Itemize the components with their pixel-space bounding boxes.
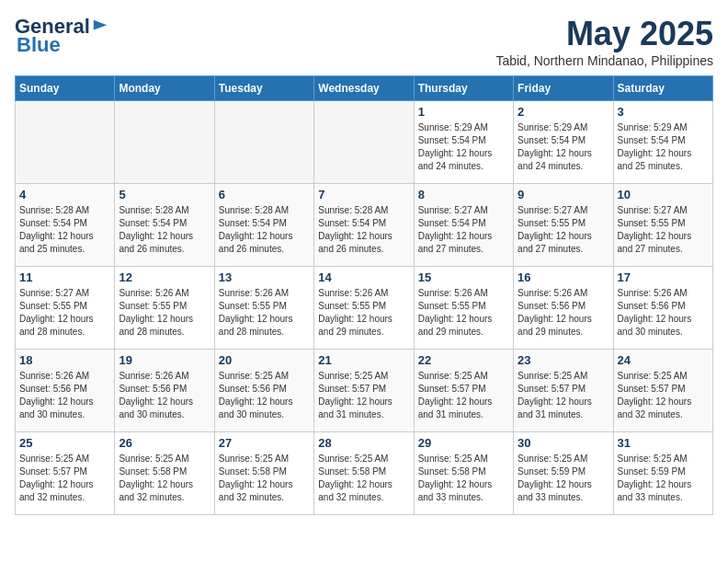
day-info: Sunrise: 5:25 AM Sunset: 5:58 PM Dayligh… (418, 453, 509, 504)
calendar-cell: 23Sunrise: 5:25 AM Sunset: 5:57 PM Dayli… (514, 350, 613, 432)
weekday-header: Friday (514, 76, 613, 101)
calendar-cell: 7Sunrise: 5:28 AM Sunset: 5:54 PM Daylig… (314, 184, 414, 267)
day-number: 17 (618, 270, 709, 284)
month-title: May 2025 (495, 15, 713, 53)
svg-marker-0 (94, 20, 107, 30)
calendar-cell: 19Sunrise: 5:26 AM Sunset: 5:56 PM Dayli… (115, 350, 214, 432)
logo-flag-icon (92, 18, 108, 35)
day-info: Sunrise: 5:25 AM Sunset: 5:57 PM Dayligh… (318, 370, 409, 421)
calendar-cell: 9Sunrise: 5:27 AM Sunset: 5:55 PM Daylig… (514, 184, 613, 267)
calendar-cell (214, 101, 313, 184)
day-info: Sunrise: 5:28 AM Sunset: 5:54 PM Dayligh… (19, 204, 110, 256)
day-info: Sunrise: 5:27 AM Sunset: 5:55 PM Dayligh… (518, 204, 609, 256)
day-number: 1 (418, 105, 509, 119)
calendar-week-row: 25Sunrise: 5:25 AM Sunset: 5:57 PM Dayli… (16, 432, 713, 515)
day-number: 23 (518, 353, 609, 367)
day-info: Sunrise: 5:26 AM Sunset: 5:55 PM Dayligh… (119, 287, 210, 339)
day-number: 24 (618, 353, 709, 367)
day-info: Sunrise: 5:26 AM Sunset: 5:56 PM Dayligh… (618, 287, 709, 339)
calendar-cell: 16Sunrise: 5:26 AM Sunset: 5:56 PM Dayli… (514, 267, 613, 350)
calendar-cell: 1Sunrise: 5:29 AM Sunset: 5:54 PM Daylig… (414, 101, 513, 184)
day-info: Sunrise: 5:25 AM Sunset: 5:57 PM Dayligh… (618, 370, 709, 421)
calendar-cell (16, 101, 115, 184)
calendar-cell: 28Sunrise: 5:25 AM Sunset: 5:58 PM Dayli… (314, 432, 414, 515)
calendar-cell: 6Sunrise: 5:28 AM Sunset: 5:54 PM Daylig… (214, 184, 313, 267)
weekday-header: Wednesday (314, 76, 414, 101)
day-number: 3 (618, 105, 709, 119)
weekday-header: Saturday (613, 76, 712, 101)
calendar-cell: 15Sunrise: 5:26 AM Sunset: 5:55 PM Dayli… (414, 267, 513, 350)
calendar-cell: 12Sunrise: 5:26 AM Sunset: 5:55 PM Dayli… (115, 267, 214, 350)
logo: General Blue (15, 15, 108, 57)
day-number: 11 (19, 270, 110, 284)
calendar-cell: 2Sunrise: 5:29 AM Sunset: 5:54 PM Daylig… (514, 101, 613, 184)
day-number: 6 (219, 188, 310, 201)
calendar-cell: 25Sunrise: 5:25 AM Sunset: 5:57 PM Dayli… (16, 432, 115, 515)
day-number: 2 (518, 105, 609, 119)
day-number: 26 (119, 436, 210, 450)
weekday-header: Thursday (414, 76, 513, 101)
day-number: 20 (219, 353, 310, 367)
calendar-cell: 29Sunrise: 5:25 AM Sunset: 5:58 PM Dayli… (414, 432, 513, 515)
day-number: 9 (518, 188, 609, 201)
day-info: Sunrise: 5:27 AM Sunset: 5:55 PM Dayligh… (19, 287, 110, 339)
title-block: May 2025 Tabid, Northern Mindanao, Phili… (495, 15, 713, 68)
calendar-cell: 14Sunrise: 5:26 AM Sunset: 5:55 PM Dayli… (314, 267, 414, 350)
day-number: 27 (219, 436, 310, 450)
day-number: 4 (19, 188, 110, 201)
calendar-table: SundayMondayTuesdayWednesdayThursdayFrid… (15, 75, 713, 515)
day-number: 16 (518, 270, 609, 284)
day-info: Sunrise: 5:27 AM Sunset: 5:55 PM Dayligh… (618, 204, 709, 256)
logo-blue: Blue (17, 33, 61, 56)
day-number: 30 (518, 436, 609, 450)
day-info: Sunrise: 5:26 AM Sunset: 5:56 PM Dayligh… (119, 370, 210, 421)
calendar-cell: 4Sunrise: 5:28 AM Sunset: 5:54 PM Daylig… (16, 184, 115, 267)
day-info: Sunrise: 5:25 AM Sunset: 5:59 PM Dayligh… (518, 453, 609, 504)
day-info: Sunrise: 5:26 AM Sunset: 5:56 PM Dayligh… (19, 370, 110, 421)
page-header: General Blue May 2025 Tabid, Northern Mi… (15, 15, 713, 68)
calendar-week-row: 1Sunrise: 5:29 AM Sunset: 5:54 PM Daylig… (16, 101, 713, 184)
calendar-cell: 27Sunrise: 5:25 AM Sunset: 5:58 PM Dayli… (214, 432, 313, 515)
day-info: Sunrise: 5:29 AM Sunset: 5:54 PM Dayligh… (518, 121, 609, 173)
calendar-cell: 30Sunrise: 5:25 AM Sunset: 5:59 PM Dayli… (514, 432, 613, 515)
day-info: Sunrise: 5:26 AM Sunset: 5:55 PM Dayligh… (318, 287, 409, 339)
calendar-cell (314, 101, 414, 184)
calendar-cell: 24Sunrise: 5:25 AM Sunset: 5:57 PM Dayli… (613, 350, 712, 432)
calendar-cell: 5Sunrise: 5:28 AM Sunset: 5:54 PM Daylig… (115, 184, 214, 267)
day-info: Sunrise: 5:25 AM Sunset: 5:58 PM Dayligh… (119, 453, 210, 504)
day-number: 31 (618, 436, 709, 450)
day-info: Sunrise: 5:29 AM Sunset: 5:54 PM Dayligh… (618, 121, 709, 173)
calendar-week-row: 18Sunrise: 5:26 AM Sunset: 5:56 PM Dayli… (16, 350, 713, 432)
day-number: 21 (318, 353, 409, 367)
day-number: 7 (318, 188, 409, 201)
calendar-cell: 13Sunrise: 5:26 AM Sunset: 5:55 PM Dayli… (214, 267, 313, 350)
calendar-week-row: 11Sunrise: 5:27 AM Sunset: 5:55 PM Dayli… (16, 267, 713, 350)
calendar-cell: 20Sunrise: 5:25 AM Sunset: 5:56 PM Dayli… (214, 350, 313, 432)
day-number: 5 (119, 188, 210, 201)
day-info: Sunrise: 5:27 AM Sunset: 5:54 PM Dayligh… (418, 204, 509, 256)
day-number: 14 (318, 270, 409, 284)
calendar-cell: 8Sunrise: 5:27 AM Sunset: 5:54 PM Daylig… (414, 184, 513, 267)
calendar-cell: 18Sunrise: 5:26 AM Sunset: 5:56 PM Dayli… (16, 350, 115, 432)
weekday-header: Monday (115, 76, 214, 101)
calendar-week-row: 4Sunrise: 5:28 AM Sunset: 5:54 PM Daylig… (16, 184, 713, 267)
day-info: Sunrise: 5:28 AM Sunset: 5:54 PM Dayligh… (318, 204, 409, 256)
day-info: Sunrise: 5:28 AM Sunset: 5:54 PM Dayligh… (219, 204, 310, 256)
day-number: 22 (418, 353, 509, 367)
calendar-cell: 26Sunrise: 5:25 AM Sunset: 5:58 PM Dayli… (115, 432, 214, 515)
day-number: 15 (418, 270, 509, 284)
calendar-cell (115, 101, 214, 184)
day-info: Sunrise: 5:25 AM Sunset: 5:57 PM Dayligh… (418, 370, 509, 421)
day-number: 19 (119, 353, 210, 367)
calendar-header-row: SundayMondayTuesdayWednesdayThursdayFrid… (16, 76, 713, 101)
day-number: 13 (219, 270, 310, 284)
location: Tabid, Northern Mindanao, Philippines (495, 53, 713, 68)
day-info: Sunrise: 5:25 AM Sunset: 5:58 PM Dayligh… (318, 453, 409, 504)
day-info: Sunrise: 5:26 AM Sunset: 5:55 PM Dayligh… (418, 287, 509, 339)
calendar-cell: 10Sunrise: 5:27 AM Sunset: 5:55 PM Dayli… (613, 184, 712, 267)
day-info: Sunrise: 5:28 AM Sunset: 5:54 PM Dayligh… (119, 204, 210, 256)
day-number: 29 (418, 436, 509, 450)
weekday-header: Sunday (16, 76, 115, 101)
day-info: Sunrise: 5:25 AM Sunset: 5:58 PM Dayligh… (219, 453, 310, 504)
day-number: 12 (119, 270, 210, 284)
